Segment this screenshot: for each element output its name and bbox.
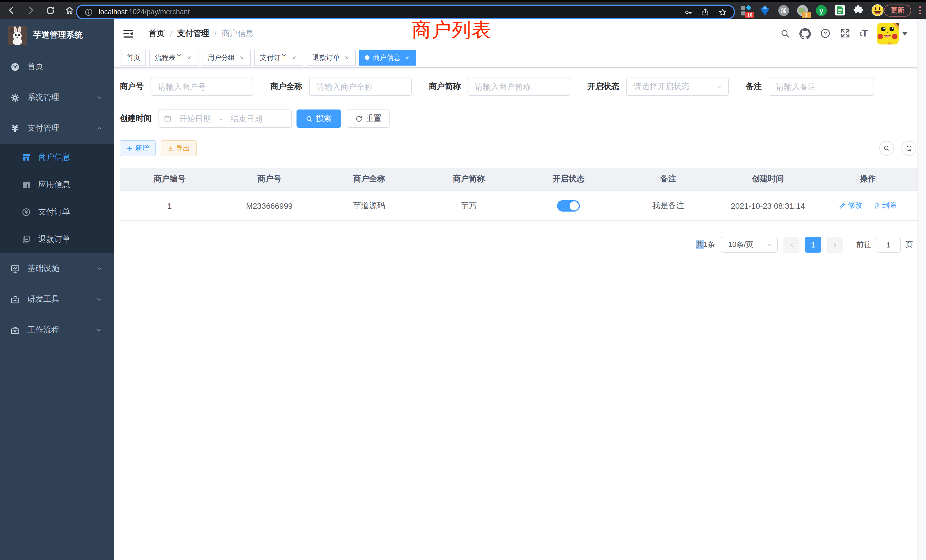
search-button[interactable]: 搜索 [297,109,341,128]
browser-menu-icon[interactable] [918,5,921,15]
font-size-icon[interactable]: tT [860,28,868,39]
refresh-table-button[interactable] [902,141,916,156]
page-size-select[interactable]: 10条/页 [721,237,778,253]
user-avatar-menu[interactable] [877,23,908,44]
page-scrollbar[interactable] [917,19,926,560]
tab-merchant-info[interactable]: 商户信息× [359,50,416,65]
add-button[interactable]: 新增 [120,140,156,156]
sidebar-fold-icon[interactable] [122,27,135,39]
yen-glyph: ¥ [24,210,28,215]
close-icon[interactable]: × [186,54,193,61]
status-toggle[interactable] [557,200,580,211]
browser-update-button[interactable]: 更新 [884,5,911,17]
extensions-puzzle-icon[interactable] [852,4,865,17]
url-text: localhost:1024/pay/merchant [98,8,682,16]
sidebar-item-app-info[interactable]: 应用信息 [0,171,114,198]
reset-label: 重置 [366,114,381,124]
extension-note-icon[interactable] [834,4,846,17]
sidebar-item-label: 基础设施 [27,263,59,274]
export-button[interactable]: 导出 [161,140,197,156]
sidebar-item-label: 首页 [27,62,43,72]
breadcrumb-current: 商户信息 [222,28,254,38]
chevron-left-icon [788,242,794,248]
sidebar-item-infrastructure[interactable]: 基础设施 [0,253,114,284]
close-icon[interactable]: × [291,54,298,61]
share-icon[interactable] [700,6,711,18]
storefront-icon [21,153,31,162]
toggle-search-button[interactable] [879,141,894,156]
rabbit-logo-icon [8,26,27,45]
sidebar-item-merchant-info[interactable]: 商户信息 [0,144,114,171]
app-logo[interactable]: 芋道管理系统 [0,19,114,51]
tab-pay-orders[interactable]: 支付订单× [254,50,303,65]
merchant-no-input[interactable] [151,77,253,96]
bookmark-star-icon[interactable] [717,6,728,18]
breadcrumb-payment[interactable]: 支付管理 [177,28,209,38]
breadcrumb-home[interactable]: 首页 [149,28,165,38]
sidebar-item-system[interactable]: 系统管理 [0,82,114,113]
sidebar-item-pay-orders[interactable]: ¥ 支付订单 [0,198,114,226]
end-date-input[interactable] [223,114,270,124]
current-page-button[interactable]: 1 [805,237,821,253]
extension-squares-icon[interactable]: 10 [740,4,752,17]
header-search-icon[interactable] [780,28,790,38]
col-merchant-no: 商户号 [219,168,319,191]
sidebar-item-refund-orders[interactable]: 退款订单 [0,226,114,253]
col-short-name: 商户简称 [419,168,519,191]
export-label: 导出 [176,144,190,153]
pay-order-icon: ¥ [21,207,31,217]
y-glyph: y [819,6,823,14]
search-label: 搜索 [316,114,332,124]
close-icon[interactable]: × [343,54,350,61]
range-separator: - [218,114,223,123]
status-placeholder: 请选择开启状态 [634,82,716,92]
close-icon[interactable]: × [404,54,410,61]
dashboard-icon [10,62,20,71]
command-glyph: ⌘ [780,7,786,14]
full-name-input[interactable] [309,77,412,96]
sidebar-item-workflow[interactable]: 工作流程 [0,315,114,345]
browser-back-button[interactable] [6,5,17,16]
help-icon[interactable]: ? [820,28,831,39]
url-host: localhost [98,8,127,16]
delete-label: 删除 [882,200,897,211]
sidebar-item-label: 研发工具 [27,294,59,304]
cell-merchant-no: M233666999 [219,191,319,220]
next-page-button[interactable] [827,237,843,253]
short-name-input[interactable] [468,77,570,96]
browser-forward-button[interactable] [25,5,36,16]
address-bar[interactable]: localhost:1024/pay/merchant [77,6,734,18]
tab-refund-orders[interactable]: 退款订单× [307,50,356,65]
site-info-icon[interactable] [83,6,94,18]
extension-command-icon[interactable]: ⌘ [777,4,790,17]
sidebar-item-home[interactable]: 首页 [0,51,114,82]
browser-reload-button[interactable] [44,5,56,16]
create-time-range-picker[interactable]: - [159,109,292,128]
sidebar-item-label: 退款订单 [38,235,70,245]
goto-page-input[interactable] [876,237,901,253]
extension-gem-icon[interactable] [758,4,771,17]
extension-y-icon[interactable]: y [815,4,828,17]
browser-home-button[interactable] [64,5,75,16]
profile-emoji-avatar[interactable] [871,4,884,17]
prev-page-button[interactable] [784,237,799,253]
tab-process-form[interactable]: 流程表单× [150,50,198,65]
edit-button[interactable]: 修改 [838,200,862,211]
remark-input[interactable] [769,77,874,96]
password-key-icon[interactable] [682,6,694,18]
close-icon[interactable]: × [238,54,245,61]
sidebar-item-payment[interactable]: ¥ 支付管理 [0,113,114,144]
extension-avatar-icon[interactable]: 1 [796,4,808,17]
cell-full-name: 芋道源码 [319,191,419,220]
tab-label: 首页 [127,53,140,62]
tab-user-group[interactable]: 用户分组× [202,50,251,65]
sidebar-item-dev-tools[interactable]: 研发工具 [0,284,114,315]
delete-button[interactable]: 删除 [873,200,897,211]
status-select[interactable]: 请选择开启状态 [626,77,729,96]
start-date-input[interactable] [172,114,218,124]
github-icon[interactable] [799,28,811,39]
tags-view-bar: 首页 流程表单× 用户分组× 支付订单× 退款订单× 商户信息× [114,48,917,68]
reset-button[interactable]: 重置 [346,109,390,128]
tab-home[interactable]: 首页 [121,50,146,65]
fullscreen-icon[interactable] [840,28,851,39]
